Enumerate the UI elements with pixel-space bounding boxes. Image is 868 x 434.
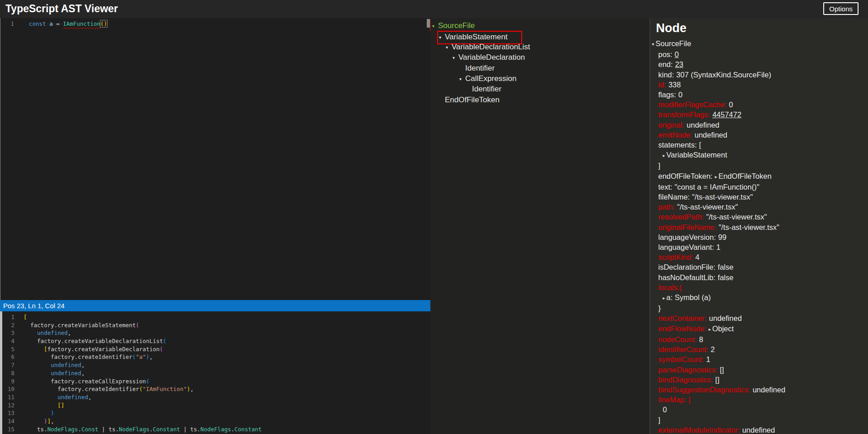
node-property-row[interactable]: ▸a: Symbol (a): [650, 292, 868, 303]
factory-scrollbar[interactable]: [0, 311, 2, 434]
factory-code: ts.NodeFlags.Const | ts.NodeFlags.Consta…: [24, 425, 262, 434]
property-value[interactable]: 4457472: [712, 110, 741, 119]
node-property-row[interactable]: endOfFileToken:▸EndOfFileToken: [650, 171, 868, 182]
code-token: factory.createCallExpression: [51, 378, 146, 385]
options-button[interactable]: Options: [823, 2, 859, 15]
factory-code: factory.createIdentifier("a"),: [24, 353, 153, 361]
code-token: |: [99, 426, 109, 433]
property-value: 1: [717, 243, 721, 251]
tree-node-variabledeclaration[interactable]: ▾VariableDeclaration: [430, 52, 650, 62]
factory-line[interactable]: 7undefined,: [0, 361, 430, 369]
tree-node-endoffiletoken[interactable]: EndOfFileToken: [430, 95, 650, 105]
factory-code: [: [24, 313, 27, 321]
property-value: "/ts-ast-viewer.tsx": [692, 193, 753, 201]
property-value: 4: [695, 253, 699, 261]
tree-node-variablestatement[interactable]: ▾VariableStatement: [430, 31, 650, 41]
chevron-right-icon[interactable]: ▸: [663, 293, 665, 303]
factory-line[interactable]: 3undefined,: [0, 329, 430, 337]
factory-line[interactable]: 15ts.NodeFlags.Const | ts.NodeFlags.Cons…: [0, 425, 430, 434]
code-token: factory.createIdentifier: [57, 386, 139, 392]
node-property-row[interactable]: end:23: [650, 59, 868, 69]
code-token: undefined: [57, 394, 88, 401]
factory-line[interactable]: 5[factory.createVariableDeclaration(: [0, 345, 430, 353]
tree-node-identifier[interactable]: Identifier: [430, 63, 650, 73]
property-value: undefined: [687, 121, 720, 129]
property-key: originalFileName:: [658, 223, 716, 231]
code-token: []: [57, 402, 64, 409]
factory-line[interactable]: 14)],: [0, 417, 430, 425]
code-token: (: [136, 322, 139, 329]
property-key: fileName:: [658, 193, 690, 201]
node-property-row: resolvedPath:"/ts-ast-viewer.tsx": [650, 212, 868, 222]
code-token: (: [146, 378, 150, 385]
node-property-row[interactable]: pos:0: [650, 49, 868, 59]
code-token: NodeFlags: [47, 426, 78, 433]
factory-line[interactable]: 4factory.createVariableDeclarationList(: [0, 337, 430, 345]
property-key: nextContainer:: [658, 314, 707, 322]
code-token: .: [149, 426, 153, 433]
chevron-right-icon[interactable]: ▸: [663, 151, 665, 161]
tree-node-label: VariableStatement: [445, 33, 508, 41]
property-key: bindSuggestionDiagnostics:: [658, 386, 750, 394]
editor-code-line[interactable]: const·a·=·IAmFunction(): [29, 19, 107, 28]
code-token: [: [24, 314, 27, 320]
property-value: a: Symbol (a): [666, 293, 711, 301]
factory-line[interactable]: 13): [0, 409, 430, 417]
chevron-down-icon[interactable]: ▾: [652, 39, 654, 49]
factory-line[interactable]: 8undefined,: [0, 369, 430, 377]
code-token: "IAmFunction": [142, 386, 187, 392]
node-property-row: scriptKind:4: [650, 252, 868, 262]
property-value: undefined: [694, 131, 727, 139]
property-value: []: [720, 366, 724, 374]
chevron-down-icon[interactable]: ▾: [439, 32, 445, 43]
node-property-row[interactable]: endFlowNode:▸Object: [650, 324, 868, 334]
node-property-row: symbolCount:1: [650, 354, 868, 364]
factory-line[interactable]: 6factory.createIdentifier("a"),: [0, 353, 430, 361]
property-value: false: [718, 273, 734, 281]
property-value[interactable]: 0: [675, 50, 679, 58]
property-key: flags:: [658, 91, 676, 99]
code-token: .: [231, 426, 235, 433]
chevron-down-icon[interactable]: ▾: [432, 21, 438, 31]
code-token: ): [44, 418, 47, 424]
factory-line[interactable]: 1[: [0, 313, 430, 321]
node-property-row: lineMap: [: [650, 395, 868, 405]
factory-code-lines: 1[2factory.createVariableStatement(3unde…: [0, 313, 430, 433]
node-property-row[interactable]: transformFlags:4457472: [650, 110, 868, 119]
node-panel-title: Node: [650, 18, 868, 35]
factory-line[interactable]: 2factory.createVariableStatement(: [0, 321, 430, 329]
property-key: resolvedPath:: [658, 213, 704, 221]
property-value[interactable]: 23: [675, 60, 683, 68]
editor-scrollbar-slider[interactable]: [427, 19, 430, 28]
chevron-down-icon[interactable]: ▾: [459, 74, 465, 84]
factory-line[interactable]: 10factory.createIdentifier("IAmFunction"…: [0, 385, 430, 393]
code-editor[interactable]: 1 const·a·=·IAmFunction(): [0, 18, 431, 300]
node-property-row: parseDiagnostics:[]: [650, 365, 868, 375]
tree-node-callexpression[interactable]: ▾CallExpression: [430, 73, 650, 84]
property-value: 338: [668, 81, 681, 89]
tree-node-identifier[interactable]: Identifier: [430, 84, 650, 94]
chevron-down-icon[interactable]: ▾: [446, 42, 452, 52]
chevron-down-icon[interactable]: ▾: [453, 52, 458, 63]
property-key: emitNode:: [658, 131, 692, 139]
property-value: EndOfFileToken: [718, 172, 771, 180]
node-property-row[interactable]: ▾SourceFile: [650, 38, 868, 49]
factory-line[interactable]: 9factory.createCallExpression(: [0, 377, 430, 386]
tree-node-sourcefile[interactable]: ▾SourceFile: [430, 20, 650, 31]
tree-node-variabledeclarationlist[interactable]: ▾VariableDeclarationList: [430, 42, 650, 52]
property-value: 307 (SyntaxKind.SourceFile): [676, 71, 771, 79]
factory-line[interactable]: 11undefined,: [0, 393, 430, 401]
property-key: endFlowNode:: [658, 324, 706, 333]
factory-line[interactable]: 12[]: [0, 401, 430, 410]
property-value: 0: [729, 100, 733, 109]
code-token: factory.createVariableStatement: [30, 322, 136, 329]
editor-line[interactable]: 1 const·a·=·IAmFunction(): [0, 19, 14, 28]
code-token: (: [163, 338, 167, 344]
node-property-row[interactable]: ▸VariableStatement: [650, 150, 868, 161]
tree-node-label: Identifier: [465, 64, 495, 72]
chevron-right-icon[interactable]: ▸: [708, 324, 711, 334]
factory-code-panel[interactable]: 1[2factory.createVariableStatement(3unde…: [0, 311, 430, 434]
chevron-right-icon[interactable]: ▸: [715, 172, 717, 182]
node-property-row: original:undefined: [650, 120, 868, 130]
property-key: identifierCount:: [658, 345, 708, 353]
